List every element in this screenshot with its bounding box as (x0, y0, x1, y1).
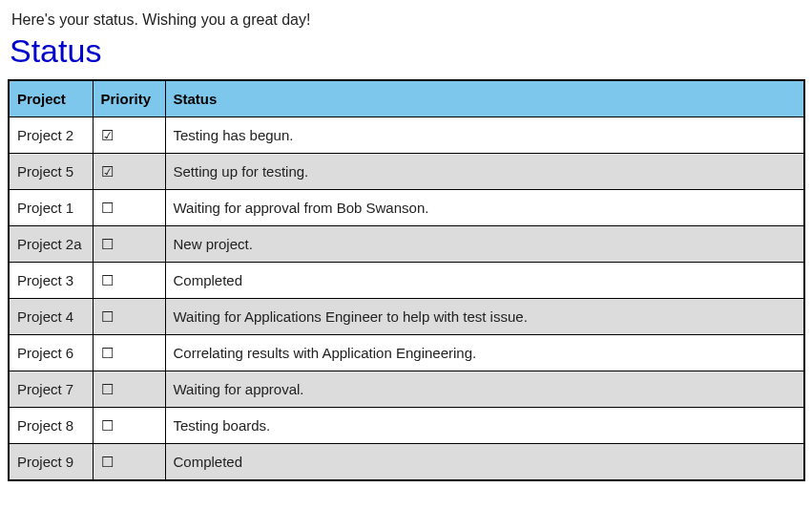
cell-status: Correlating results with Application Eng… (165, 335, 804, 371)
checkbox-icon: ☑ (101, 164, 114, 179)
cell-project: Project 7 (9, 371, 93, 408)
cell-project: Project 9 (9, 444, 93, 481)
cell-status: Completed (165, 444, 804, 481)
cell-priority: ☐ (93, 371, 165, 408)
status-table-body: Project 2 ☑ Testing has begun. Project 5… (9, 117, 804, 481)
cell-project: Project 2a (9, 226, 93, 263)
cell-project: Project 2 (9, 117, 93, 154)
table-row: Project 8 ☐ Testing boards. (9, 408, 804, 444)
cell-status: Waiting for Applications Engineer to hel… (165, 299, 804, 335)
cell-project: Project 4 (9, 299, 93, 335)
checkbox-icon: ☐ (101, 418, 114, 433)
table-row: Project 2a ☐ New project. (9, 226, 804, 263)
table-row: Project 9 ☐ Completed (9, 444, 804, 481)
table-row: Project 5 ☑ Setting up for testing. (9, 154, 804, 190)
checkbox-icon: ☑ (101, 128, 114, 142)
table-row: Project 6 ☐ Correlating results with App… (9, 335, 804, 371)
col-header-project: Project (9, 80, 93, 117)
status-table: Project Priority Status Project 2 ☑ Test… (8, 79, 805, 481)
cell-status: Waiting for approval from Bob Swanson. (165, 190, 804, 226)
checkbox-icon: ☐ (101, 346, 114, 360)
cell-project: Project 5 (9, 154, 93, 190)
table-header-row: Project Priority Status (9, 80, 804, 117)
table-row: Project 3 ☐ Completed (9, 263, 804, 299)
cell-priority: ☑ (93, 154, 165, 190)
cell-project: Project 1 (9, 190, 93, 226)
table-row: Project 4 ☐ Waiting for Applications Eng… (9, 299, 804, 335)
checkbox-icon: ☐ (101, 455, 114, 469)
cell-priority: ☐ (93, 226, 165, 263)
cell-status: Setting up for testing. (165, 154, 804, 190)
table-row: Project 2 ☑ Testing has begun. (9, 117, 804, 154)
checkbox-icon: ☐ (101, 309, 114, 324)
intro-text: Here's your status. Wishing you a great … (11, 11, 804, 29)
cell-priority: ☐ (93, 408, 165, 444)
cell-priority: ☐ (93, 263, 165, 299)
table-row: Project 1 ☐ Waiting for approval from Bo… (9, 190, 804, 226)
col-header-priority: Priority (93, 80, 165, 117)
cell-status: Completed (165, 263, 804, 299)
checkbox-icon: ☐ (101, 201, 114, 215)
cell-status: Testing boards. (165, 408, 804, 444)
cell-priority: ☐ (93, 299, 165, 335)
cell-priority: ☑ (93, 117, 165, 154)
cell-project: Project 3 (9, 263, 93, 299)
cell-status: New project. (165, 226, 804, 263)
table-row: Project 7 ☐ Waiting for approval. (9, 371, 804, 408)
checkbox-icon: ☐ (101, 382, 114, 396)
checkbox-icon: ☐ (101, 273, 114, 287)
cell-status: Testing has begun. (165, 117, 804, 154)
cell-status: Waiting for approval. (165, 371, 804, 408)
cell-project: Project 6 (9, 335, 93, 371)
cell-priority: ☐ (93, 335, 165, 371)
cell-priority: ☐ (93, 444, 165, 481)
page-title: Status (10, 32, 804, 70)
col-header-status: Status (165, 80, 804, 117)
checkbox-icon: ☐ (101, 237, 114, 251)
cell-priority: ☐ (93, 190, 165, 226)
cell-project: Project 8 (9, 408, 93, 444)
